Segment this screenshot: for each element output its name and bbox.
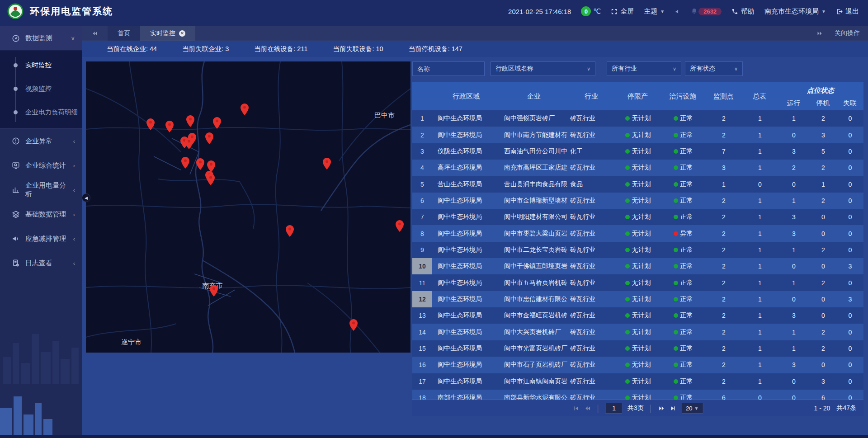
facility-text: 正常 bbox=[680, 311, 693, 320]
cell-offline: 0 bbox=[837, 225, 863, 241]
map-pin[interactable] bbox=[286, 225, 294, 239]
cell-monitor: 2 bbox=[706, 373, 742, 390]
sidebar-item[interactable]: 日志查看‹ bbox=[0, 251, 82, 275]
map-pin[interactable] bbox=[349, 319, 358, 333]
sidebar-subitem[interactable]: 实时监控 bbox=[0, 53, 82, 77]
cell-stop-plan: 无计划 bbox=[615, 143, 660, 160]
map-pin[interactable] bbox=[165, 121, 174, 134]
stop-plan-text: 无计划 bbox=[632, 328, 651, 336]
sidebar-item[interactable]: 企业异常‹ bbox=[0, 129, 82, 153]
cell-industry: 砖瓦行业 bbox=[568, 110, 615, 127]
stop-plan-text: 无计划 bbox=[632, 279, 651, 287]
tab-home[interactable]: 首页 bbox=[108, 26, 140, 41]
table-row[interactable]: 15阆中生态环境局阆中市光富页岩机砖厂砖瓦行业无计划正常21120 bbox=[412, 340, 863, 357]
cell-meter: 1 bbox=[742, 291, 778, 307]
chevron-icon: ∨ bbox=[71, 35, 75, 42]
table-row[interactable]: 13阆中生态环境局阆中市金福旺页岩机砖砖瓦行业无计划正常21300 bbox=[412, 307, 863, 324]
industry-filter-select[interactable]: 所有行业∨ bbox=[607, 61, 681, 76]
status-dot-red bbox=[674, 231, 678, 236]
next-page-icon bbox=[658, 405, 665, 411]
datetime: 2021-02-25 17:46:18 bbox=[508, 8, 571, 15]
cell-region: 阆中生态环境局 bbox=[432, 110, 500, 127]
chevron-icon: ‹ bbox=[73, 235, 75, 242]
sidebar-item-label: 数据监测 bbox=[25, 34, 52, 42]
table-row[interactable]: 18南部生态环境局南部县新华水泥有限公砖瓦行业无计划正常60060 bbox=[412, 390, 863, 400]
chevron-icon: ‹ bbox=[73, 260, 75, 267]
map-panel[interactable]: 巴中市南充市遂宁市 ◀ bbox=[86, 61, 410, 353]
map-pin[interactable] bbox=[181, 157, 189, 170]
table-row[interactable]: 9阆中生态环境局阆中市二龙长宝页岩砖砖瓦行业无计划正常21120 bbox=[412, 242, 863, 258]
cell-offline: 0 bbox=[837, 274, 863, 291]
notifications-button[interactable]: 2632 bbox=[691, 8, 722, 15]
cell-industry: 砖瓦行业 bbox=[568, 225, 615, 241]
page-number-input[interactable] bbox=[605, 403, 623, 414]
sidebar-item[interactable]: 企业用电量分析‹ bbox=[0, 178, 82, 202]
table-row[interactable]: 3仪陇生态环境局西南油气田分公司川中化工无计划正常71350 bbox=[412, 143, 863, 160]
map-pin[interactable] bbox=[207, 174, 215, 187]
cell-region: 仪陇生态环境局 bbox=[432, 143, 500, 160]
map-pin[interactable] bbox=[213, 117, 221, 131]
sidebar-item[interactable]: 企业综合统计‹ bbox=[0, 153, 82, 178]
table-row[interactable]: 11阆中生态环境局阆中市五马桥页岩机砖砖瓦行业无计划正常21120 bbox=[412, 274, 863, 291]
map-pin[interactable] bbox=[186, 115, 194, 129]
help-button[interactable]: 帮助 bbox=[731, 7, 755, 16]
first-page-button[interactable] bbox=[573, 405, 580, 411]
close-operations-button[interactable]: 关闭操作 bbox=[835, 29, 860, 38]
sidebar-item[interactable]: 应急减排管理‹ bbox=[0, 226, 82, 251]
sidebar-subitem[interactable]: 企业电力负荷明细 bbox=[0, 100, 82, 124]
facility-text: 正常 bbox=[680, 246, 693, 254]
tabs-scroll-left-button[interactable] bbox=[82, 26, 108, 41]
cell-company: 阆中市忠信建材有限公 bbox=[500, 291, 568, 307]
map-pin[interactable] bbox=[210, 285, 218, 298]
sidebar-item[interactable]: 数据监测∨ bbox=[0, 26, 82, 51]
table-row[interactable]: 10阆中生态环境局阆中千佛镇五郎垭页岩砖瓦行业无计划正常21003 bbox=[412, 258, 863, 274]
stats-bar: 当前在线企业: 44当前失联企业: 3当前在线设备: 211当前失联设备: 10… bbox=[82, 41, 868, 57]
table-row[interactable]: 1阆中生态环境局阆中强锐页岩砖厂砖瓦行业无计划正常21120 bbox=[412, 110, 863, 127]
cell-stop: 1 bbox=[810, 176, 837, 192]
table-row[interactable]: 4高坪生态环境局南充市高坪区王家店建砖瓦行业无计划正常31220 bbox=[412, 160, 863, 176]
table-row[interactable]: 7阆中生态环境局阆中明阳建材有限公司砖瓦行业无计划正常21300 bbox=[412, 209, 863, 225]
prev-page-button[interactable] bbox=[585, 405, 591, 411]
map-pin[interactable] bbox=[205, 132, 213, 146]
row-index: 11 bbox=[412, 274, 432, 291]
tab-realtime-monitor[interactable]: 实时监控 ✕ bbox=[140, 26, 195, 41]
page-size-select[interactable]: 20▼ bbox=[681, 403, 703, 414]
table-row[interactable]: 8阆中生态环境局阆中市枣碧大梁山页岩砖瓦行业无计划异常21300 bbox=[412, 225, 863, 241]
sidebar-item-label: 应急减排管理 bbox=[25, 235, 66, 243]
map-collapse-toggle[interactable]: ◀ bbox=[82, 193, 90, 202]
name-filter-input[interactable] bbox=[412, 61, 485, 76]
user-menu[interactable]: 南充市生态环境局▼ bbox=[764, 7, 826, 16]
region-filter-select[interactable]: 行政区域名称∨ bbox=[491, 61, 595, 76]
map-pin[interactable] bbox=[323, 158, 331, 171]
table-row[interactable]: 2阆中生态环境局阆中市南方节能建材有砖瓦行业无计划正常21030 bbox=[412, 127, 863, 143]
cell-company: 阆中市二龙长宝页岩砖 bbox=[500, 242, 568, 258]
map-pin[interactable] bbox=[146, 118, 155, 132]
cell-stop: 0 bbox=[810, 258, 837, 274]
status-filter-select[interactable]: 所有状态∨ bbox=[685, 61, 743, 76]
sidebar-subitem[interactable]: 视频监控 bbox=[0, 77, 82, 100]
table-row[interactable]: 6阆中生态环境局阆中市金博瑞新型墙材砖瓦行业无计划正常21120 bbox=[412, 193, 863, 209]
map-pin[interactable] bbox=[396, 220, 404, 234]
last-page-button[interactable] bbox=[670, 405, 676, 411]
map-pin[interactable] bbox=[196, 158, 204, 172]
mute-button[interactable] bbox=[675, 9, 681, 14]
theme-button[interactable]: 主题▼ bbox=[644, 7, 665, 16]
cell-stop-plan: 无计划 bbox=[615, 160, 660, 176]
next-page-button[interactable] bbox=[658, 405, 665, 411]
stop-plan-text: 无计划 bbox=[632, 164, 651, 172]
status-dot-green bbox=[674, 396, 678, 400]
fullscreen-button[interactable]: 全屏 bbox=[611, 7, 634, 16]
tab-close-icon[interactable]: ✕ bbox=[179, 30, 185, 37]
map-pin[interactable] bbox=[185, 137, 193, 151]
map-pin[interactable] bbox=[241, 104, 249, 117]
tabs-scroll-right-button[interactable] bbox=[816, 31, 823, 36]
table-row[interactable]: 16阆中生态环境局阆中市石子页岩机砖厂砖瓦行业无计划正常21300 bbox=[412, 357, 863, 373]
cell-stop-plan: 无计划 bbox=[615, 242, 660, 258]
table-row[interactable]: 17阆中生态环境局阆中市江南镇阆南页岩砖瓦行业无计划正常21030 bbox=[412, 373, 863, 390]
table-row[interactable]: 5营山生态环境局营山县润丰肉食品有限食品无计划正常10010 bbox=[412, 176, 863, 192]
status-dot-green bbox=[625, 313, 630, 318]
sidebar-item[interactable]: 基础数据管理‹ bbox=[0, 202, 82, 226]
logout-button[interactable]: 退出 bbox=[836, 7, 859, 16]
table-row[interactable]: 14阆中生态环境局阆中大兴页岩机砖厂砖瓦行业无计划正常21120 bbox=[412, 324, 863, 340]
table-row[interactable]: 12阆中生态环境局阆中市忠信建材有限公砖瓦行业无计划正常21003 bbox=[412, 291, 863, 307]
